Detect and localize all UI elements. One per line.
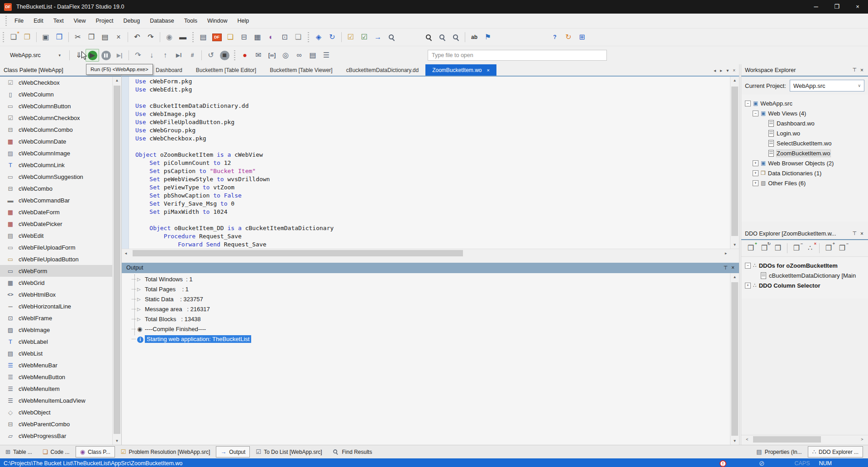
pin-icon[interactable]: ⊤ <box>720 265 731 271</box>
bookmark-button[interactable]: ⚑ <box>481 31 495 43</box>
bottom-tab-ddo-explorer-[interactable]: ∴DDO Explorer ... <box>808 446 863 457</box>
pin-icon[interactable]: ⊤ <box>849 67 859 73</box>
scroll-down-arrow[interactable]: ▼ <box>730 241 739 249</box>
bottom-tab-output[interactable]: →Output <box>216 446 250 457</box>
autos-window-button[interactable]: ∞ <box>292 49 306 62</box>
scroll-up-arrow[interactable]: ▲ <box>113 77 121 84</box>
palette-item[interactable]: ▱cWebProgressBar <box>0 430 121 442</box>
scroll-up-arrow[interactable]: ▲ <box>730 273 739 281</box>
studio-styler-button[interactable]: ◐ <box>264 31 278 43</box>
palette-item[interactable]: ⊟cWebColumnCombo <box>0 124 121 135</box>
maximize-button[interactable]: ❐ <box>826 0 847 14</box>
workspace-tree-item[interactable]: +❒Data Dictionaries (1) <box>741 168 868 178</box>
undo-button[interactable]: ↶ <box>130 31 144 43</box>
close-icon[interactable]: × <box>859 231 864 237</box>
stop-debugging-button[interactable]: ■ <box>218 49 231 62</box>
menu-item-debug[interactable]: Debug <box>118 18 145 24</box>
palette-item[interactable]: ▭cWebFileUploadButton <box>0 253 121 265</box>
expand-arrow-icon[interactable]: ▷ <box>137 307 145 312</box>
tab-bucketitem-table-editor-[interactable]: BucketItem [Table Editor] <box>189 64 263 76</box>
output-line[interactable]: ◉----Compile Finished---- <box>122 324 729 334</box>
new-file-button[interactable]: ❏✶ <box>7 31 20 43</box>
expand-arrow-icon[interactable]: ▷ <box>137 287 145 292</box>
palette-item[interactable]: ⊡cWebIFrame <box>0 312 121 324</box>
menu-item-database[interactable]: Database <box>145 18 179 24</box>
workspace-tree-item[interactable]: −▣WebApp.src <box>741 98 868 108</box>
editor-hscroll-thumb[interactable] <box>133 250 463 256</box>
palette-item[interactable]: ▯cWebColumn <box>0 88 121 100</box>
code-editor[interactable]: Use cWebForm.pkgUse cWebEdit.pkg Use cBu… <box>122 77 739 249</box>
output-line[interactable]: ▷Message area : 216317 <box>122 304 729 314</box>
scroll-left-arrow[interactable]: ◂ <box>122 249 130 258</box>
print-button[interactable]: ▬ <box>176 31 190 43</box>
dataflex-reports-button[interactable]: DF <box>210 31 224 43</box>
output-scroll-thumb[interactable] <box>731 282 738 436</box>
menu-item-project[interactable]: Project <box>91 18 119 24</box>
order-entry-wizard-button[interactable]: ▤ <box>196 31 210 43</box>
web-preview-button[interactable]: ⊡ <box>278 31 291 43</box>
export-source-button[interactable]: → <box>371 31 385 43</box>
delete-button[interactable]: × <box>112 31 125 43</box>
cut-button[interactable]: ✂ <box>71 31 85 43</box>
paste-button[interactable]: ▤ <box>98 31 112 43</box>
palette-item[interactable]: TcWebLabel <box>0 336 121 347</box>
show-ddo-usage-button[interactable]: ❒ <box>771 242 785 255</box>
editor-scroll-thumb[interactable] <box>731 87 738 236</box>
menu-item-view[interactable]: View <box>69 18 91 24</box>
expand-arrow-icon[interactable]: ▷ <box>137 317 145 322</box>
tab-dashboard[interactable]: Dashboard <box>149 64 189 76</box>
delete-ddo-structure-button[interactable]: ∴× <box>803 242 817 255</box>
output-vertical-scrollbar[interactable]: ▲ ▼ <box>730 273 739 445</box>
minimize-button[interactable]: ─ <box>806 0 826 14</box>
current-project-dropdown[interactable]: WebApp.src ∨ <box>790 80 864 91</box>
locate-in-files-button[interactable] <box>385 31 398 43</box>
palette-item[interactable]: ▦cWebDatePicker <box>0 218 121 230</box>
remove-ddo-button[interactable]: ❒− <box>790 242 803 255</box>
palette-item[interactable]: ▦cWebColumnDate <box>0 135 121 147</box>
collapse-nodes-button[interactable]: ❐− <box>835 242 849 255</box>
workspace-tree-item[interactable]: Dashboard.wo <box>741 118 868 128</box>
ddo-tree-item[interactable]: cBucketItemDataDictionary [Main <box>741 270 868 280</box>
palette-item[interactable]: ☰cWebMenuItem <box>0 383 121 395</box>
scroll-up-arrow[interactable]: ▲ <box>730 77 739 84</box>
output-line[interactable]: ▷Static Data : 323757 <box>122 294 729 304</box>
palette-item[interactable]: ▦cWebGrid <box>0 277 121 289</box>
palette-item[interactable]: ▤cWebEdit <box>0 230 121 241</box>
palette-item[interactable]: TcWebColumnLink <box>0 159 121 171</box>
ddo-tree-item[interactable]: −∴DDOs for oZoomBucketItem <box>741 260 868 270</box>
workspace-tree-item[interactable]: SelectBucketItem.wo <box>741 138 868 148</box>
start-debugging-button[interactable]: ▶| <box>113 49 126 62</box>
close-document-button[interactable]: × <box>733 68 735 73</box>
bottom-tab-class-p-[interactable]: ◉Class P... <box>76 446 115 457</box>
right-hscroll-thumb[interactable] <box>753 436 821 443</box>
expand-arrow-icon[interactable]: ▷ <box>137 277 145 282</box>
bottom-tab-problem-resolution-webapp-src-[interactable]: ☑Problem Resolution [WebApp.src] <box>116 446 215 457</box>
window-manager-button[interactable]: ⊞ <box>575 31 589 43</box>
palette-item[interactable]: ⊟cWebParentCombo <box>0 418 121 430</box>
bottom-tab-find-results[interactable]: Find Results <box>328 446 377 457</box>
goto-line-button[interactable]: # <box>186 49 199 62</box>
menu-item-file[interactable]: File <box>10 18 29 24</box>
project-selector[interactable]: WebApp.src ▾ <box>7 49 63 61</box>
palette-scrollbar[interactable]: ▲▼ <box>112 77 121 445</box>
integrate-component-button[interactable]: ◈ <box>312 31 325 43</box>
output-line[interactable]: ▷Total Windows : 1 <box>122 274 729 284</box>
menu-item-tools[interactable]: Tools <box>179 18 202 24</box>
tree-expander-icon[interactable]: + <box>753 160 758 166</box>
bottom-tab-properties-in-[interactable]: ▤Properties (In... <box>752 446 806 457</box>
palette-item[interactable]: ▤cWebList <box>0 347 121 359</box>
scroll-right-arrow[interactable]: ▸ <box>722 249 730 258</box>
workspace-tree-item[interactable]: −▣Web Views (4) <box>741 108 868 118</box>
workspace-tree-item[interactable]: ZoomBucketItem.wo <box>741 148 868 158</box>
close-icon[interactable]: × <box>859 67 864 73</box>
right-panel-horizontal-scrollbar[interactable]: < > <box>741 435 868 445</box>
find-button[interactable] <box>422 31 435 43</box>
tree-expander-icon[interactable]: + <box>745 283 751 289</box>
locals-window-button[interactable]: ◎ <box>279 49 292 62</box>
tree-expander-icon[interactable]: + <box>753 170 758 176</box>
scroll-tabs-left-button[interactable]: ◂ <box>714 68 716 73</box>
menu-item-edit[interactable]: Edit <box>29 18 48 24</box>
step-into-button[interactable]: ↓ <box>145 49 158 62</box>
tab-zoombucketitem-wo[interactable]: ZoomBucketItem.wo× <box>425 64 496 76</box>
tree-expander-icon[interactable]: − <box>745 263 751 269</box>
